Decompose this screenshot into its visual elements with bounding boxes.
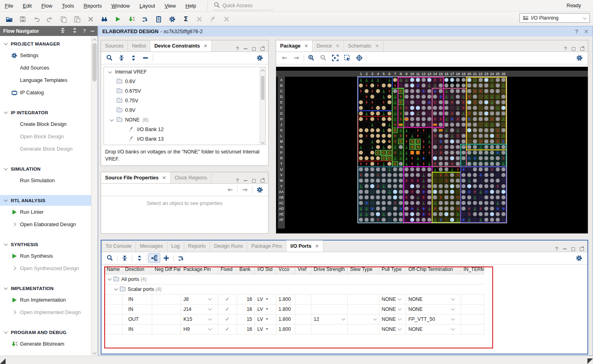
menu-help[interactable]: Help <box>181 2 201 10</box>
remove-icon[interactable] <box>139 53 151 63</box>
maximize-icon[interactable] <box>572 47 575 51</box>
tab-schematic[interactable]: Schematic✕ <box>344 40 384 52</box>
collapse-all-icon[interactable] <box>119 253 131 263</box>
tab-package[interactable]: Package✕ <box>276 40 312 52</box>
tree-item-i-o-bank-13[interactable]: I/O Bank 13 <box>104 134 265 144</box>
section-header[interactable]: PROJECT MANAGER <box>0 38 91 49</box>
tree-scrollbar[interactable] <box>260 67 265 145</box>
close-icon[interactable]: ✕ <box>584 28 589 35</box>
zoom-out-icon[interactable] <box>317 53 329 63</box>
group-by-icon[interactable] <box>148 253 160 263</box>
column-header-vref[interactable]: Vref <box>295 265 311 274</box>
help-icon[interactable]: ? <box>83 28 86 34</box>
fixed-checkmark[interactable]: ✓ <box>225 296 230 302</box>
settings-icon[interactable] <box>573 253 585 263</box>
menu-edit[interactable]: Edit <box>18 2 36 10</box>
sidebar-item-language-templates[interactable]: Language Templates <box>0 74 91 86</box>
help-icon[interactable]: ? <box>236 178 239 183</box>
collapse-all-icon[interactable] <box>59 27 66 35</box>
forward-icon[interactable] <box>239 185 251 195</box>
column-header-vcco[interactable]: Vcco <box>276 265 295 274</box>
section-header[interactable]: IP INTEGRATOR <box>0 107 91 118</box>
sidebar-item-generate-block-design[interactable]: Generate Block Design <box>0 143 91 155</box>
tree-item-0-9v[interactable]: 0.9V <box>104 105 265 115</box>
io-port-row[interactable]: INJ14✓16LV▼1.800NONENONE <box>104 304 484 314</box>
zoom-fit-icon[interactable] <box>329 53 341 63</box>
tree-item-none[interactable]: NONE(8) <box>104 115 265 125</box>
column-header-bank[interactable]: Bank <box>237 265 255 274</box>
float-icon[interactable] <box>261 179 265 183</box>
quick-access[interactable]: Quick Access <box>207 2 273 10</box>
menu-flow[interactable]: Flow <box>36 2 57 10</box>
tab-clock-regions[interactable]: Clock Regions <box>171 172 211 183</box>
find-icon[interactable] <box>98 14 111 24</box>
run-to-icon[interactable] <box>175 253 187 263</box>
tab-device-constraints[interactable]: Device Constraints✕ <box>150 40 212 52</box>
settings-icon[interactable] <box>254 185 266 195</box>
collapse-all-icon[interactable] <box>115 53 127 63</box>
close-icon[interactable]: ✕ <box>375 43 379 49</box>
run-icon[interactable] <box>111 14 125 24</box>
section-header[interactable]: PROGRAM AND DEBUG <box>0 327 91 338</box>
expand-all-icon[interactable] <box>133 253 145 263</box>
tab-package-pins[interactable]: Package Pins <box>247 240 287 252</box>
help-icon[interactable]: ? <box>564 46 567 52</box>
sidebar-item-generate-bitstream[interactable]: 0110Generate Bitstream <box>0 338 91 350</box>
tree-item-i-o-bank-12[interactable]: I/O Bank 12 <box>104 125 265 134</box>
forward-icon[interactable] <box>291 53 302 63</box>
sidebar-item-add-sources[interactable]: Add Sources <box>0 62 91 74</box>
layout-selector[interactable]: I/O Planning <box>519 13 590 23</box>
sidebar-item-open-elaborated-design[interactable]: Open Elaborated Design <box>0 218 91 231</box>
tab-tcl-console[interactable]: Tcl Console <box>101 240 136 252</box>
sidebar-item-run-linter[interactable]: Run Linter <box>0 206 91 218</box>
close-icon[interactable]: ✕ <box>304 43 308 49</box>
tab-netlist[interactable]: Netlist <box>128 40 150 52</box>
expand-all-icon[interactable] <box>127 53 139 63</box>
section-header[interactable]: RTL ANALYSIS <box>0 195 91 206</box>
settings-icon[interactable] <box>254 53 266 63</box>
back-icon[interactable] <box>279 53 291 63</box>
tab-messages[interactable]: Messages <box>136 240 167 252</box>
close-icon[interactable]: ✕ <box>315 243 319 249</box>
fixed-checkmark[interactable]: ✓ <box>225 316 230 322</box>
help-icon[interactable]: ? <box>575 28 579 35</box>
group-row[interactable]: All ports (4) <box>104 274 484 284</box>
minimize-icon[interactable] <box>563 249 567 249</box>
zoom-in-icon[interactable] <box>305 53 317 63</box>
settings-icon[interactable] <box>165 14 179 24</box>
tab-device[interactable]: Device✕ <box>312 40 344 52</box>
search-icon[interactable] <box>104 253 116 263</box>
sidebar-item-run-synthesis[interactable]: Run Synthesis <box>0 250 91 262</box>
column-header-package-pin[interactable]: Package Pin <box>181 265 218 274</box>
generate-bitstream-icon[interactable]: 0110 <box>125 14 138 24</box>
autoscale-icon[interactable] <box>353 53 365 63</box>
sidebar-item-settings[interactable]: Settings <box>0 49 91 62</box>
section-header[interactable]: SYNTHESIS <box>0 239 91 250</box>
sidebar-item-run-implementation[interactable]: Run Implementation <box>0 294 91 306</box>
menu-file[interactable]: File <box>0 2 18 10</box>
sum-icon[interactable]: Σ <box>179 14 193 24</box>
sidebar-item-open-implemented-design[interactable]: Open Implemented Design <box>0 306 91 318</box>
back-icon[interactable] <box>224 185 236 195</box>
io-port-row[interactable]: INJ8✓16LV▼1.800NONENONE <box>104 294 484 304</box>
column-header-drive-strength[interactable]: Drive Strength <box>311 265 348 274</box>
section-header[interactable]: SIMULATION <box>0 163 91 174</box>
tab-i-o-ports[interactable]: I/O Ports✕ <box>287 240 324 252</box>
tab-log[interactable]: Log <box>167 240 184 252</box>
maximize-icon[interactable] <box>571 247 575 251</box>
float-icon[interactable] <box>580 47 584 51</box>
maximize-icon[interactable] <box>252 47 256 51</box>
close-icon[interactable]: ✕ <box>203 43 207 49</box>
maximize-icon[interactable] <box>252 179 256 183</box>
minimize-icon[interactable] <box>91 31 94 32</box>
tab-sources[interactable]: Sources <box>101 40 128 52</box>
sidebar-item-open-synthesized-design[interactable]: Open Synthesized Design <box>0 262 91 274</box>
expand-all-icon[interactable] <box>71 27 78 35</box>
close-icon[interactable]: ✕ <box>336 43 340 49</box>
zoom-selection-icon[interactable] <box>341 53 353 63</box>
search-icon[interactable] <box>103 53 115 63</box>
fixed-checkmark[interactable]: ✓ <box>225 306 230 312</box>
help-icon[interactable]: ? <box>555 246 558 252</box>
tree-item-0-6v[interactable]: 0.6V <box>104 77 265 86</box>
help-icon[interactable]: ? <box>236 46 239 52</box>
